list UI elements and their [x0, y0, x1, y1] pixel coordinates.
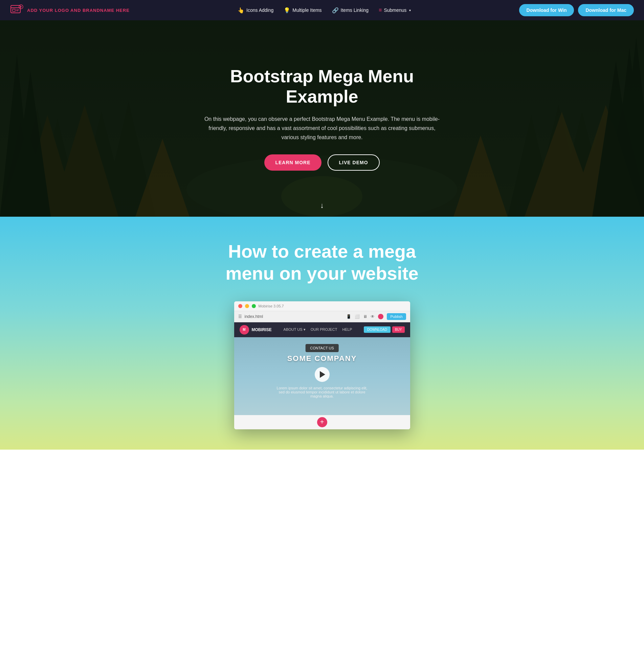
- brand-text: ADD YOUR LOGO AND BRANDNAME HERE: [27, 8, 130, 13]
- preview-icon[interactable]: 👁: [371, 314, 375, 319]
- icons-adding-icon: 👆: [238, 7, 244, 14]
- inner-buy-button[interactable]: BUY: [392, 326, 405, 333]
- menu-icon: ☰: [238, 314, 242, 319]
- inner-brand-logo-icon: M: [240, 325, 249, 335]
- inner-nav-help: HELP: [342, 327, 352, 332]
- hero-content: Bootstrap Mega Menu Example On this webp…: [204, 66, 441, 170]
- video-toolbar-bottom: +: [234, 415, 410, 429]
- submenus-icon: ≡: [379, 7, 382, 13]
- brand-logo-icon: [10, 3, 24, 17]
- video-toolbar: ☰ index.html 📱 ⬜ 🖥 👁 Publish: [234, 311, 410, 322]
- inner-subtitle: Lorem ipsum dolor sit amet, consectetur …: [275, 386, 370, 398]
- download-win-button[interactable]: Download for Win: [519, 4, 574, 16]
- hero-title: Bootstrap Mega Menu Example: [204, 66, 441, 107]
- titlebar-controls: Mobirise 3.05.7: [238, 304, 284, 308]
- navbar-links: 👆 Icons Adding 💡 Multiple Items 🔗 Items …: [238, 7, 411, 14]
- phone-icon[interactable]: 📱: [346, 314, 351, 319]
- multiple-items-icon: 💡: [284, 7, 290, 14]
- inner-nav-about: ABOUT US ▾: [284, 327, 306, 332]
- inner-nav-project: OUR PROJECT: [311, 327, 337, 332]
- svg-rect-2: [13, 9, 15, 12]
- maximize-button-icon[interactable]: [252, 304, 256, 308]
- toolbar-right: 📱 ⬜ 🖥 👁 Publish: [346, 313, 406, 320]
- inner-nav-buttons: DOWNLOAD BUY: [364, 326, 404, 333]
- inner-site-title: SOME COMPANY: [287, 354, 357, 363]
- inner-brand-name: MOBIRISE: [252, 327, 272, 332]
- section-how: How to create a mega menu on your websit…: [0, 217, 644, 450]
- video-inner-content: CONTACT US SOME COMPANY Lorem ipsum dolo…: [234, 337, 410, 415]
- scroll-indicator[interactable]: ↓: [320, 201, 324, 210]
- play-triangle-icon: [320, 371, 325, 378]
- desktop-icon[interactable]: 🖥: [363, 314, 367, 319]
- color-picker-red: [378, 314, 383, 319]
- inner-download-button[interactable]: DOWNLOAD: [364, 326, 391, 333]
- hero-description: On this webpage, you can observe a perfe…: [204, 114, 441, 142]
- navbar-buttons: Download for Win Download for Mac: [519, 4, 634, 16]
- items-linking-icon: 🔗: [332, 7, 339, 14]
- chevron-down-icon: ▾: [409, 8, 411, 12]
- inner-navbar: M MOBIRISE ABOUT US ▾ OUR PROJECT HELP D…: [234, 322, 410, 337]
- nav-link-icons-adding[interactable]: 👆 Icons Adding: [238, 7, 273, 14]
- minimize-button-icon[interactable]: [245, 304, 249, 308]
- video-titlebar: Mobirise 3.05.7: [234, 301, 410, 311]
- tablet-icon[interactable]: ⬜: [355, 314, 360, 319]
- inner-brand: M MOBIRISE: [240, 325, 272, 335]
- close-button-icon[interactable]: [238, 304, 242, 308]
- section-how-title: How to create a mega menu on your websit…: [221, 240, 424, 284]
- video-mockup: Mobirise 3.05.7 ☰ index.html 📱 ⬜ 🖥 👁 Pub…: [234, 301, 410, 429]
- live-demo-button[interactable]: LIVE DEMO: [328, 154, 380, 171]
- nav-link-multiple-items-label: Multiple Items: [292, 7, 321, 13]
- download-mac-button[interactable]: Download for Mac: [578, 4, 634, 16]
- titlebar-text: Mobirise 3.05.7: [259, 304, 284, 308]
- inner-menu-popup: CONTACT US: [305, 344, 339, 352]
- nav-link-items-linking[interactable]: 🔗 Items Linking: [332, 7, 369, 14]
- play-button[interactable]: [315, 367, 330, 382]
- filename-text: index.html: [245, 314, 344, 319]
- nav-link-icons-adding-label: Icons Adding: [246, 7, 273, 13]
- navbar: ADD YOUR LOGO AND BRANDNAME HERE 👆 Icons…: [0, 0, 644, 20]
- add-block-button[interactable]: +: [317, 417, 327, 427]
- publish-button[interactable]: Publish: [387, 313, 406, 320]
- nav-link-submenus[interactable]: ≡ Submenus ▾: [379, 7, 411, 13]
- hero-buttons: LEARN MORE LIVE DEMO: [204, 154, 441, 171]
- inner-nav-links: ABOUT US ▾ OUR PROJECT HELP: [284, 327, 352, 332]
- nav-link-submenus-label: Submenus: [384, 7, 406, 13]
- brand: ADD YOUR LOGO AND BRANDNAME HERE: [10, 3, 130, 17]
- learn-more-button[interactable]: LEARN MORE: [264, 154, 321, 171]
- nav-link-multiple-items[interactable]: 💡 Multiple Items: [284, 7, 321, 14]
- hero-section: Bootstrap Mega Menu Example On this webp…: [0, 20, 644, 217]
- nav-link-items-linking-label: Items Linking: [341, 7, 369, 13]
